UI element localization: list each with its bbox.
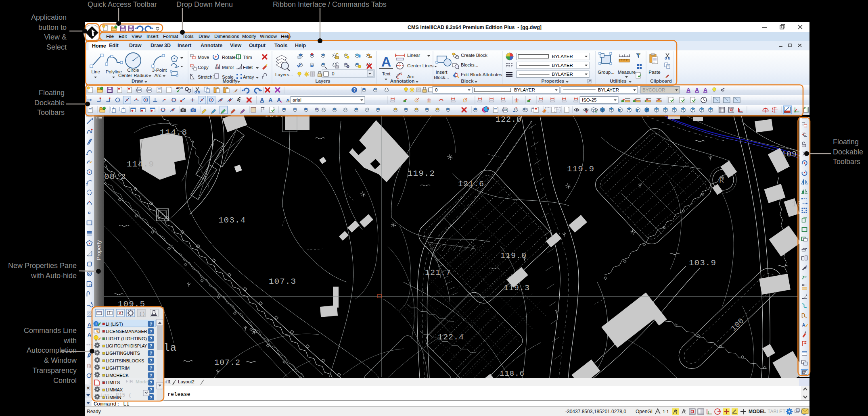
svg-text:LIMCHECK: LIMCHECK — [106, 373, 129, 378]
svg-text:Move: Move — [198, 55, 209, 60]
svg-text:Linear: Linear — [407, 53, 420, 58]
svg-text:LIGHTTRIM: LIGHTTRIM — [106, 366, 130, 370]
svg-text:(): () — [139, 311, 145, 317]
svg-text:A: A — [268, 97, 272, 103]
svg-text:?: ? — [150, 358, 153, 363]
svg-text:LIGHTGLYPHDISPLAY: LIGHTGLYPHDISPLAY — [106, 343, 147, 348]
svg-text:A: A — [703, 87, 707, 93]
svg-text:A: A — [802, 322, 805, 327]
svg-text:08.2: 08.2 — [104, 172, 126, 181]
svg-text:Insert: Insert — [436, 70, 448, 75]
svg-text:LIGHT (LIGHTING): LIGHT (LIGHTING) — [106, 336, 147, 341]
svg-text:119.0: 119.0 — [500, 251, 527, 260]
svg-text:LICENSEMANAGER: LICENSEMANAGER — [106, 329, 147, 334]
svg-text:?: ? — [150, 322, 153, 327]
svg-text:ABC: ABC — [176, 86, 183, 90]
svg-text:R: R — [719, 176, 724, 185]
svg-text:BYLAYER: BYLAYER — [552, 72, 573, 77]
svg-text:Block: Block — [461, 79, 474, 83]
svg-text:Stretch: Stretch — [198, 75, 212, 79]
svg-text:Text: Text — [382, 71, 391, 76]
svg-text:?: ? — [150, 366, 153, 370]
svg-text:?: ? — [150, 343, 153, 348]
svg-text:103.4: 103.4 — [218, 216, 246, 225]
svg-text:A: A — [88, 322, 92, 328]
svg-text:121.7: 121.7 — [425, 268, 451, 277]
svg-text:Arc: Arc — [154, 73, 161, 78]
svg-text:103.9: 103.9 — [689, 258, 716, 268]
svg-text:Utilities: Utilities — [610, 79, 627, 83]
svg-text:Circle: Circle — [127, 68, 139, 73]
svg-text:1:1: 1:1 — [663, 409, 669, 414]
svg-text:BYLAYER: BYLAYER — [598, 87, 619, 92]
svg-text:Annotation: Annotation — [390, 79, 415, 83]
svg-text:Group...: Group... — [598, 70, 615, 75]
svg-text:Fillet: Fillet — [243, 65, 253, 70]
svg-text:122.0: 122.0 — [496, 115, 522, 124]
svg-text:?: ? — [150, 395, 153, 400]
svg-text:Center-Radius: Center-Radius — [118, 73, 148, 78]
svg-text:Create Block: Create Block — [461, 53, 487, 58]
svg-text:ion: R15 (: ion: R15 ( — [100, 392, 132, 398]
svg-text:Blocks...: Blocks... — [461, 62, 478, 67]
svg-text:A: A — [286, 98, 289, 103]
svg-text:LIMMAX: LIMMAX — [106, 387, 123, 392]
svg-text:101.5: 101.5 — [264, 115, 289, 120]
svg-text:arial: arial — [293, 98, 301, 102]
svg-text:?: ? — [150, 380, 153, 385]
svg-text:118.6: 118.6 — [500, 369, 525, 378]
svg-text:Properties: Properties — [542, 79, 565, 83]
svg-text:0: 0 — [435, 87, 437, 92]
svg-text:A: A — [695, 87, 699, 93]
svg-text:0: 0 — [332, 71, 335, 77]
svg-text:A: A — [686, 87, 690, 93]
svg-text:Rotate: Rotate — [222, 55, 236, 60]
svg-text:Copy: Copy — [198, 65, 209, 70]
svg-text:119.9: 119.9 — [567, 164, 594, 174]
svg-text:?: ? — [150, 387, 153, 392]
svg-text:Mirror: Mirror — [222, 65, 234, 70]
svg-text:119.2: 119.2 — [408, 169, 435, 178]
svg-text:LIMITS: LIMITS — [106, 380, 120, 385]
svg-text:3-Point: 3-Point — [152, 68, 167, 73]
svg-text:Array: Array — [243, 75, 254, 79]
svg-text:Trim: Trim — [243, 55, 252, 60]
svg-text:Measure: Measure — [618, 70, 636, 75]
svg-text:LIGHTSINBLOCKS: LIGHTSINBLOCKS — [106, 358, 144, 363]
svg-text:Draw: Draw — [132, 79, 143, 83]
svg-text:?: ? — [353, 87, 356, 92]
svg-text:119.3: 119.3 — [504, 283, 530, 293]
svg-text:i: i — [96, 322, 97, 326]
svg-text:?: ? — [150, 351, 153, 356]
svg-text:A: A — [260, 97, 264, 103]
svg-text:LI (LIST): LI (LIST) — [106, 322, 123, 327]
svg-text:Layers...: Layers... — [275, 72, 293, 77]
svg-text:121.6: 121.6 — [458, 179, 484, 189]
svg-text:122.4: 122.4 — [438, 333, 464, 342]
svg-text:Line: Line — [91, 69, 100, 74]
svg-text:Center Lines: Center Lines — [407, 63, 433, 68]
svg-text:?: ? — [150, 329, 153, 334]
svg-text:114.9: 114.9 — [127, 160, 154, 169]
svg-text:Clipboard: Clipboard — [650, 79, 672, 83]
svg-text:la: la — [163, 342, 177, 354]
svg-text:BYLAYER: BYLAYER — [552, 63, 573, 68]
svg-text:A: A — [381, 54, 391, 69]
svg-text:Model: Model — [136, 379, 149, 384]
svg-text:ISO-25: ISO-25 — [582, 98, 596, 102]
svg-text:Layers: Layers — [315, 79, 330, 83]
svg-text:A: A — [88, 332, 92, 338]
svg-text:?: ? — [150, 336, 153, 341]
svg-text:LIGHTINGUNITS: LIGHTINGUNITS — [106, 351, 140, 356]
svg-text:Modify: Modify — [222, 79, 238, 83]
svg-text:114.8: 114.8 — [160, 128, 187, 137]
svg-text:107.2: 107.2 — [214, 358, 241, 367]
svg-text:Block...: Block... — [434, 75, 449, 80]
svg-text:?: ? — [150, 373, 153, 378]
svg-text:BYCOLOR: BYCOLOR — [642, 87, 665, 92]
svg-text:BYLAYER: BYLAYER — [514, 87, 535, 92]
svg-text:BYLAYER: BYLAYER — [552, 54, 573, 59]
svg-text:A: A — [277, 97, 281, 103]
svg-text:Edit Block Attributes: Edit Block Attributes — [461, 72, 502, 77]
svg-text:107.3: 107.3 — [269, 277, 296, 286]
